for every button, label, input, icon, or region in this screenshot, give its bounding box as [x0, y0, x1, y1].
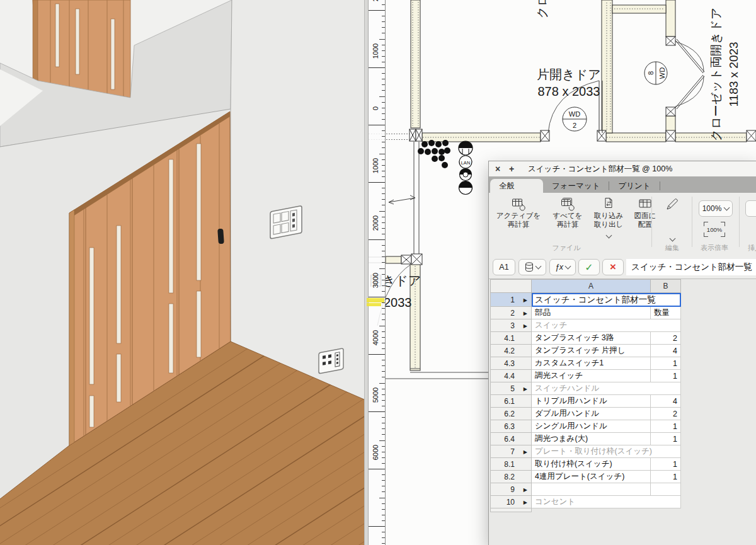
row-header[interactable]: 6.4 [490, 433, 532, 445]
ruler-minor-tick [379, 39, 385, 40]
cell-b[interactable]: 1 [651, 458, 681, 471]
row-header[interactable]: 6.2 [490, 408, 532, 420]
ruler-minor-tick [379, 498, 385, 498]
cell-a[interactable]: 調光つまみ(大) [532, 433, 651, 445]
cell-b[interactable]: 1 [651, 471, 681, 483]
cell-a[interactable]: 部品 [532, 307, 651, 319]
ruler-minor-tick [382, 90, 385, 91]
zoom-fit-button[interactable]: 100% [704, 222, 725, 237]
tab-1[interactable]: フォーマット [543, 179, 609, 193]
tab-0[interactable]: 全般 [490, 179, 543, 193]
ruler-minor-tick [382, 176, 385, 177]
row-header[interactable]: 5▶ [490, 382, 532, 395]
recalc-active-button[interactable]: アクティブを 再計算 [491, 197, 546, 229]
cell-b[interactable] [651, 483, 681, 496]
cell-a[interactable] [532, 483, 651, 496]
row-header[interactable]: 4.1 [490, 332, 532, 345]
row-header[interactable]: 2▶ [490, 307, 532, 319]
ruler-minor-tick [382, 56, 385, 57]
tab-label: プリント [618, 181, 650, 192]
cancel-button[interactable]: × [602, 259, 624, 275]
column-header-b[interactable]: B [651, 279, 681, 293]
cell-a[interactable]: 4連用プレート(スイッチ) [532, 471, 651, 483]
cell-b[interactable]: 4 [651, 395, 681, 408]
group-label-edit: 編集 [656, 243, 688, 253]
row-header[interactable]: 6.1 [490, 395, 532, 408]
3d-viewport[interactable] [0, 0, 364, 545]
cell-a[interactable]: 取り付け枠(スイッチ) [532, 458, 651, 471]
row-expand-icon[interactable]: ▶ [524, 449, 527, 454]
row-header[interactable]: 4.2 [490, 345, 532, 357]
highlight-mark-2 [367, 303, 381, 306]
row-header[interactable]: 9▶ [490, 483, 532, 496]
column-header-a[interactable]: A [532, 279, 651, 293]
cell-b[interactable]: 1 [651, 433, 681, 445]
ruler-minor-tick [382, 319, 385, 320]
row-expand-icon[interactable]: ▶ [524, 486, 527, 492]
close-icon[interactable]: × [493, 164, 503, 174]
ruler-label: 1000 [372, 153, 379, 178]
add-icon[interactable]: + [507, 164, 517, 174]
row-header[interactable]: 8.2 [490, 471, 532, 483]
ruler-minor-tick [382, 16, 385, 16]
insert-button-partial[interactable] [745, 200, 756, 217]
import-export-button[interactable]: 取り込み 取り出し [590, 197, 627, 235]
row-expand-icon[interactable]: ▶ [524, 323, 527, 328]
cell-b[interactable]: 2 [651, 408, 681, 420]
corner-cell[interactable] [490, 279, 532, 293]
window-titlebar[interactable]: × + スイッチ・コンセント部材一覧 @ 100% [489, 161, 756, 176]
row-number: 7 [510, 447, 515, 456]
ruler-minor-tick [382, 285, 385, 286]
row-header[interactable]: 4.3 [490, 357, 532, 370]
chevron-down-icon [535, 263, 541, 270]
cell-a[interactable]: ダブル用ハンドル [532, 408, 651, 420]
cell-a[interactable]: タンブラスイッチ 片押し [532, 345, 651, 357]
cell-a[interactable]: スイッチハンドル [532, 382, 681, 395]
row-number: 4.1 [504, 334, 515, 343]
cell-b[interactable]: 数量 [651, 307, 681, 319]
cell-a[interactable]: コンセント [532, 496, 681, 508]
row-header[interactable]: 6.3 [490, 420, 532, 433]
cell-b[interactable]: 1 [651, 370, 681, 382]
row-header[interactable]: 10▶ [490, 496, 532, 508]
cell-b[interactable]: 1 [651, 357, 681, 370]
cell-a[interactable]: トリプル用ハンドル [532, 395, 651, 408]
cell-a[interactable]: シングル用ハンドル [532, 420, 651, 433]
cell-a[interactable]: カスタムスイッチ1 [532, 357, 651, 370]
ruler-minor-tick [382, 147, 385, 148]
ruler-minor-tick [382, 509, 385, 510]
row-header[interactable]: 8.1 [490, 458, 532, 471]
row-header[interactable]: 4.4 [490, 370, 532, 382]
place-on-drawing-button[interactable]: 図面に 配置 [629, 197, 662, 229]
row-expand-icon[interactable]: ▶ [524, 310, 527, 316]
cell-reference-box[interactable]: A1 [493, 259, 515, 275]
confirm-button[interactable]: ✓ [578, 259, 600, 275]
row-header[interactable]: 1▶ [490, 293, 532, 307]
function-dropdown-button[interactable]: ƒx [549, 259, 576, 275]
formula-input[interactable]: スイッチ・コンセント部材一覧 [626, 259, 756, 275]
row-expand-icon[interactable]: ▶ [524, 386, 527, 391]
cell-a[interactable]: スイッチ・コンセント部材一覧 [532, 293, 681, 307]
recalc-all-button[interactable]: すべてを 再計算 [547, 197, 588, 229]
view-splitter[interactable] [364, 0, 369, 545]
cell-a[interactable]: スイッチ [532, 319, 681, 332]
row-header[interactable]: 7▶ [490, 445, 532, 458]
row-number: 4.2 [504, 347, 515, 355]
cell-a[interactable]: タンブラスイッチ 3路 [532, 332, 651, 345]
zoom-select[interactable]: 100% [699, 200, 733, 217]
cell-a[interactable]: 調光スイッチ [532, 370, 651, 382]
cell-b[interactable]: 2 [651, 332, 681, 345]
cell-a[interactable]: プレート・取り付け枠(スイッチ) [532, 445, 681, 458]
cell-b[interactable]: 4 [651, 345, 681, 357]
edit-button[interactable] [659, 197, 685, 243]
ruler-minor-tick [382, 434, 385, 435]
ruler-minor-tick [382, 245, 385, 246]
row-expand-icon[interactable]: ▶ [524, 297, 527, 302]
cell-b[interactable]: 1 [651, 420, 681, 433]
ruler-minor-tick [382, 222, 385, 223]
chevron-down-icon [724, 205, 730, 211]
database-dropdown-button[interactable] [518, 259, 546, 275]
tab-2[interactable]: プリント [609, 179, 659, 193]
row-expand-icon[interactable]: ▶ [524, 499, 527, 505]
row-header[interactable]: 3▶ [490, 319, 532, 332]
